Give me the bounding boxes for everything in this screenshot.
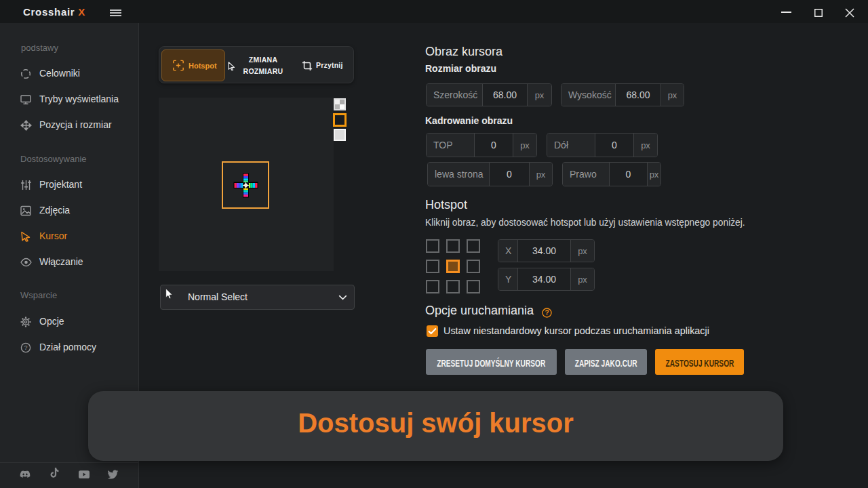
- svg-text:?: ?: [545, 309, 549, 317]
- svg-text:?: ?: [24, 344, 27, 351]
